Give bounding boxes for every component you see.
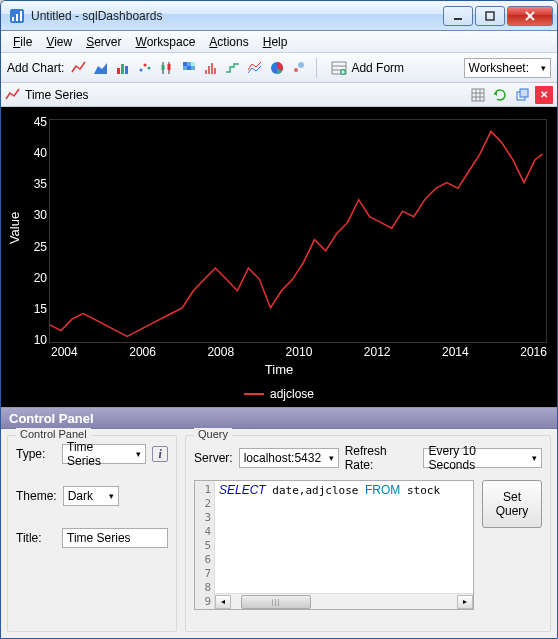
chart-area: 4540353025201510 Value 20042006200820102… bbox=[1, 107, 557, 407]
svg-rect-1 bbox=[12, 17, 14, 21]
panel-close-icon[interactable]: ✕ bbox=[535, 86, 553, 104]
worksheet-select[interactable]: Worksheet: bbox=[464, 58, 551, 78]
pie-chart-icon[interactable] bbox=[268, 59, 286, 77]
svg-point-12 bbox=[140, 68, 143, 71]
bubble-chart-icon[interactable] bbox=[290, 59, 308, 77]
bar-chart-icon[interactable] bbox=[114, 59, 132, 77]
scroll-right-icon[interactable]: ▸ bbox=[457, 595, 473, 609]
add-form-button[interactable]: Add Form bbox=[325, 58, 410, 78]
svg-rect-23 bbox=[187, 66, 191, 70]
cp-legend: Control Panel bbox=[16, 428, 91, 440]
theme-label: Theme: bbox=[16, 489, 57, 503]
svg-point-13 bbox=[144, 63, 147, 66]
y-axis-label: Value bbox=[7, 212, 22, 244]
svg-rect-18 bbox=[168, 64, 171, 70]
time-series-panel-icon bbox=[5, 87, 21, 103]
sql-editor[interactable]: 1 2 3 4 5 6 7 8 9 SELECT date,adjclose F… bbox=[194, 480, 474, 610]
svg-rect-10 bbox=[121, 64, 124, 74]
legend-label: adjclose bbox=[270, 387, 314, 401]
svg-rect-20 bbox=[187, 62, 191, 66]
query-legend: Query bbox=[194, 428, 232, 440]
sql-text[interactable]: SELECT date,adjclose FROM stock bbox=[215, 481, 473, 609]
svg-point-14 bbox=[148, 66, 151, 69]
histogram-chart-icon[interactable] bbox=[202, 59, 220, 77]
query-fieldset: Query Server: localhost:5432 Refresh Rat… bbox=[185, 435, 551, 632]
svg-rect-45 bbox=[520, 89, 528, 97]
menu-actions[interactable]: Actions bbox=[203, 33, 254, 51]
svg-rect-21 bbox=[191, 62, 195, 66]
svg-rect-28 bbox=[214, 68, 216, 74]
separator bbox=[316, 58, 317, 78]
svg-rect-16 bbox=[162, 65, 165, 70]
scatter-chart-icon[interactable] bbox=[136, 59, 154, 77]
scroll-thumb[interactable]: ||| bbox=[241, 595, 311, 609]
add-chart-label: Add Chart: bbox=[7, 61, 64, 75]
window-title: Untitled - sqlDashboards bbox=[31, 9, 443, 23]
panel-popout-icon[interactable] bbox=[513, 86, 531, 104]
line-chart-icon[interactable] bbox=[70, 59, 88, 77]
title-label: Title: bbox=[16, 531, 56, 545]
menu-view[interactable]: View bbox=[40, 33, 78, 51]
menu-file[interactable]: File bbox=[7, 33, 38, 51]
type-label: Type: bbox=[16, 447, 56, 461]
svg-marker-8 bbox=[94, 63, 107, 74]
x-axis-ticks: 2004200620082010201220142016 bbox=[51, 345, 547, 359]
area-chart-icon[interactable] bbox=[92, 59, 110, 77]
app-icon bbox=[9, 8, 25, 24]
svg-rect-3 bbox=[20, 11, 22, 21]
server-label: Server: bbox=[194, 451, 233, 465]
form-icon bbox=[331, 60, 347, 76]
control-panel-body: Control Panel Type: Time Series i Theme:… bbox=[1, 429, 557, 638]
panel-refresh-icon[interactable] bbox=[491, 86, 509, 104]
panel-title: Time Series bbox=[25, 88, 465, 102]
control-panel-fieldset: Control Panel Type: Time Series i Theme:… bbox=[7, 435, 177, 632]
refresh-select[interactable]: Every 10 Seconds bbox=[423, 448, 542, 468]
title-input[interactable] bbox=[62, 528, 168, 548]
svg-point-30 bbox=[294, 68, 298, 72]
svg-rect-9 bbox=[117, 68, 120, 74]
x-axis-label: Time bbox=[265, 362, 293, 377]
set-query-button[interactable]: SetQuery bbox=[482, 480, 542, 528]
menu-help[interactable]: Help bbox=[257, 33, 294, 51]
svg-rect-19 bbox=[183, 62, 187, 66]
panel-header: Time Series ✕ bbox=[1, 83, 557, 107]
svg-rect-24 bbox=[191, 66, 195, 70]
add-form-label: Add Form bbox=[351, 61, 404, 75]
close-button[interactable] bbox=[507, 6, 553, 26]
app-window: Untitled - sqlDashboards File View Serve… bbox=[0, 0, 558, 639]
line-gutter: 1 2 3 4 5 6 7 8 9 bbox=[195, 481, 215, 609]
svg-rect-26 bbox=[208, 66, 210, 74]
info-icon[interactable]: i bbox=[152, 446, 168, 462]
title-bar[interactable]: Untitled - sqlDashboards bbox=[1, 1, 557, 31]
panel-grid-icon[interactable] bbox=[469, 86, 487, 104]
menu-workspace[interactable]: Workspace bbox=[130, 33, 202, 51]
svg-rect-22 bbox=[183, 66, 187, 70]
chart-line bbox=[50, 120, 546, 342]
theme-select[interactable]: Dark bbox=[63, 486, 119, 506]
control-panel-titlebar[interactable]: Control Panel bbox=[1, 407, 557, 429]
step-chart-icon[interactable] bbox=[224, 59, 242, 77]
server-select[interactable]: localhost:5432 bbox=[239, 448, 339, 468]
candlestick-chart-icon[interactable] bbox=[158, 59, 176, 77]
svg-rect-27 bbox=[211, 63, 213, 74]
svg-point-31 bbox=[298, 62, 304, 68]
svg-rect-11 bbox=[125, 66, 128, 74]
svg-rect-2 bbox=[16, 14, 18, 21]
heatmap-chart-icon[interactable] bbox=[180, 59, 198, 77]
multi-line-chart-icon[interactable] bbox=[246, 59, 264, 77]
toolbar: Add Chart: Add Form Worksheet: bbox=[1, 53, 557, 83]
refresh-label: Refresh Rate: bbox=[345, 444, 418, 472]
svg-rect-38 bbox=[472, 89, 484, 101]
chart-legend: adjclose bbox=[244, 387, 314, 401]
menu-server[interactable]: Server bbox=[80, 33, 127, 51]
menu-bar: File View Server Workspace Actions Help bbox=[1, 31, 557, 53]
svg-rect-25 bbox=[205, 70, 207, 74]
plot-area[interactable] bbox=[49, 119, 547, 343]
h-scrollbar[interactable]: ◂ ||| ▸ bbox=[215, 593, 473, 609]
minimize-button[interactable] bbox=[443, 6, 473, 26]
y-axis-ticks: 4540353025201510 bbox=[27, 115, 47, 347]
type-select[interactable]: Time Series bbox=[62, 444, 146, 464]
svg-rect-5 bbox=[486, 12, 494, 20]
maximize-button[interactable] bbox=[475, 6, 505, 26]
scroll-left-icon[interactable]: ◂ bbox=[215, 595, 231, 609]
